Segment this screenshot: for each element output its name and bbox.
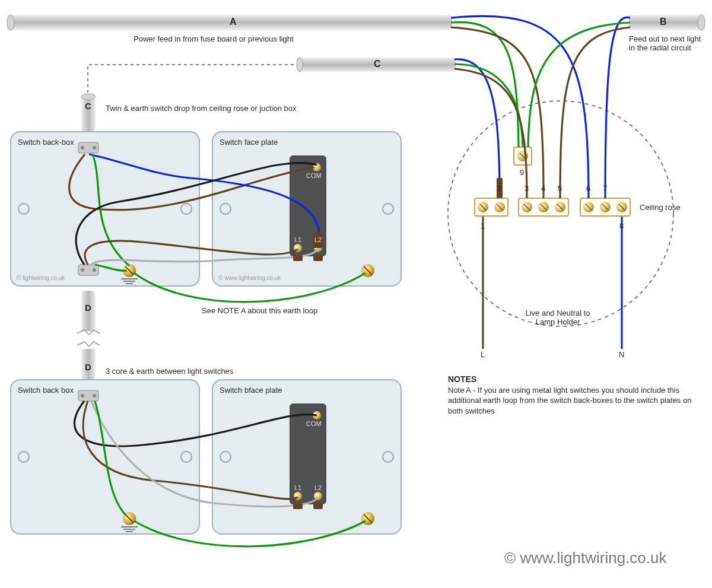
rose-9: 9 bbox=[520, 168, 524, 177]
rose-7: 7 bbox=[603, 184, 607, 193]
rose-lamp-note: Live and Neutral to Lamp Holder bbox=[516, 309, 599, 326]
rose-terminal-9 bbox=[514, 147, 532, 165]
rose-n: N bbox=[619, 350, 624, 359]
cable-a-letter: A bbox=[230, 17, 237, 27]
rose-l: L bbox=[481, 350, 485, 359]
switch2-com-label: COM bbox=[306, 420, 322, 427]
switch1-com-label: COM bbox=[306, 172, 322, 179]
notes-heading: NOTES bbox=[448, 374, 697, 385]
svg-rect-61 bbox=[293, 255, 303, 261]
switch2-l1-label: L1 bbox=[294, 484, 301, 491]
rose-8: 8 bbox=[619, 221, 624, 230]
svg-point-1 bbox=[698, 15, 705, 30]
cable-b-desc: Feed out to next light in the radial cir… bbox=[629, 34, 707, 52]
switch2-faceplate-label: Switch bface plate bbox=[220, 386, 282, 395]
wire-brown-b bbox=[560, 27, 630, 198]
wire-blue-b bbox=[605, 17, 630, 198]
rose-terminal-block-3-4-5 bbox=[519, 198, 568, 216]
svg-rect-64 bbox=[313, 503, 323, 509]
svg-point-2 bbox=[297, 58, 303, 72]
rose-2: 2 bbox=[497, 184, 501, 193]
svg-point-23 bbox=[81, 394, 84, 398]
notes-block: NOTES Note A - If you are using metal li… bbox=[448, 374, 697, 417]
rose-3: 3 bbox=[525, 184, 529, 193]
cable-c-letter: C bbox=[374, 59, 381, 69]
rose-1: 1 bbox=[481, 221, 485, 230]
svg-point-12 bbox=[81, 268, 84, 272]
cable-d-letter-2: D bbox=[85, 362, 91, 372]
rose-6: 6 bbox=[586, 184, 590, 193]
svg-point-10 bbox=[93, 146, 96, 150]
rose-5: 5 bbox=[558, 184, 562, 193]
switch1-earth-note: See NOTE A about this earth loop bbox=[202, 306, 317, 315]
rose-label: Ceiling rose bbox=[640, 203, 681, 212]
notes-a: Note A - If you are using metal light sw… bbox=[448, 385, 697, 417]
cable-b bbox=[629, 14, 705, 31]
copyright-faceplate-1: © www.lightwiring.co.uk bbox=[218, 275, 281, 281]
switch2-l2-label: L2 bbox=[314, 484, 322, 491]
watermark: © www.lightwiring.co.uk bbox=[504, 549, 666, 567]
svg-point-3 bbox=[81, 94, 96, 100]
svg-point-24 bbox=[93, 394, 96, 398]
cable-c-desc: Twin & earth switch drop from ceiling ro… bbox=[106, 104, 297, 113]
svg-rect-62 bbox=[313, 255, 323, 261]
svg-point-9 bbox=[81, 146, 84, 150]
switch1-l2-label: L2 bbox=[314, 236, 322, 243]
cable-c-letter-2: C bbox=[85, 101, 91, 111]
rose-4: 4 bbox=[541, 184, 545, 193]
svg-point-0 bbox=[7, 15, 14, 30]
switch1-l1-label: L1 bbox=[294, 236, 301, 243]
dashed-route-c bbox=[88, 65, 294, 93]
cable-d-desc: 3 core & earth between light switches bbox=[106, 367, 233, 376]
cable-d-letter: D bbox=[85, 303, 91, 313]
rose-terminal-block-1-2 bbox=[475, 198, 508, 216]
rose-terminal-block-6-7-8 bbox=[580, 198, 630, 216]
switch1-backbox-label: Switch back-box bbox=[18, 138, 74, 147]
copyright-backbox-1: © lightwiring.co.uk bbox=[17, 275, 65, 281]
cable-a-desc: Power feed in from fuse board or previou… bbox=[134, 34, 294, 43]
svg-rect-63 bbox=[293, 503, 303, 509]
switch1-faceplate-label: Switch face plate bbox=[220, 138, 278, 147]
cable-b-letter: B bbox=[660, 17, 667, 27]
switch2-backbox-label: Switch back box bbox=[18, 386, 74, 395]
svg-point-13 bbox=[93, 268, 96, 272]
